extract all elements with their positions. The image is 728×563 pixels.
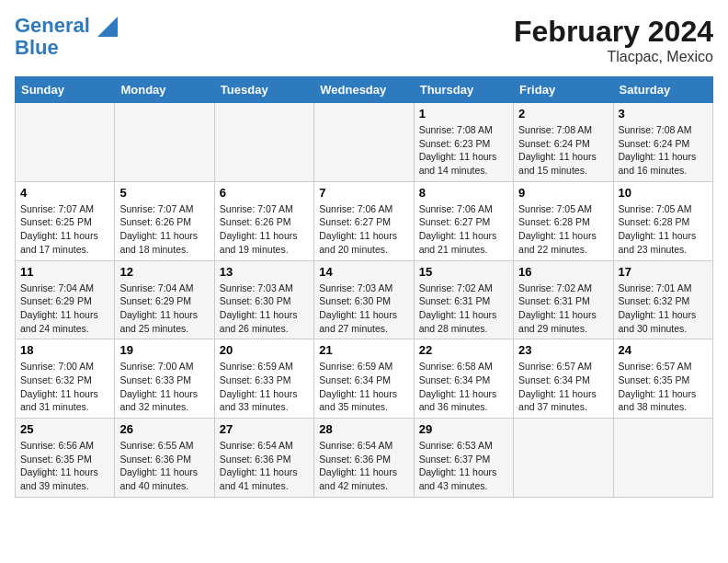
week-row-5: 25Sunrise: 6:56 AM Sunset: 6:35 PM Dayli… [16,419,713,498]
calendar-cell: 27Sunrise: 6:54 AM Sunset: 6:36 PM Dayli… [214,419,313,498]
day-info: Sunrise: 6:58 AM Sunset: 6:34 PM Dayligh… [419,360,508,414]
calendar-cell: 19Sunrise: 7:00 AM Sunset: 6:33 PM Dayli… [115,339,214,419]
title-block: February 2024 Tlacpac, Mexico [514,15,713,65]
calendar-cell: 6Sunrise: 7:07 AM Sunset: 6:26 PM Daylig… [214,181,313,260]
calendar-cell: 15Sunrise: 7:02 AM Sunset: 6:31 PM Dayli… [414,260,513,339]
day-number: 10 [619,186,708,200]
day-number: 19 [119,343,209,357]
calendar-table: SundayMondayTuesdayWednesdayThursdayFrid… [15,76,713,498]
calendar-cell: 11Sunrise: 7:04 AM Sunset: 6:29 PM Dayli… [16,260,115,339]
week-row-4: 18Sunrise: 7:00 AM Sunset: 6:32 PM Dayli… [16,339,713,419]
calendar-cell: 16Sunrise: 7:02 AM Sunset: 6:31 PM Dayli… [514,260,613,339]
calendar-cell: 24Sunrise: 6:57 AM Sunset: 6:35 PM Dayli… [613,339,712,419]
day-info: Sunrise: 6:56 AM Sunset: 6:35 PM Dayligh… [20,439,109,493]
calendar-cell [16,103,115,182]
day-number: 4 [20,186,109,200]
calendar-cell: 23Sunrise: 6:57 AM Sunset: 6:34 PM Dayli… [514,339,613,419]
calendar-cell [514,419,613,498]
day-info: Sunrise: 7:01 AM Sunset: 6:32 PM Dayligh… [619,282,708,336]
calendar-cell: 10Sunrise: 7:05 AM Sunset: 6:28 PM Dayli… [613,181,712,260]
day-number: 21 [319,343,408,357]
day-info: Sunrise: 7:04 AM Sunset: 6:29 PM Dayligh… [119,282,209,336]
day-info: Sunrise: 7:02 AM Sunset: 6:31 PM Dayligh… [419,282,508,336]
calendar-cell: 25Sunrise: 6:56 AM Sunset: 6:35 PM Dayli… [16,419,115,498]
calendar-cell [214,103,313,182]
day-number: 11 [20,265,109,279]
main-title: February 2024 [514,15,713,49]
day-info: Sunrise: 7:05 AM Sunset: 6:28 PM Dayligh… [518,202,608,257]
day-info: Sunrise: 7:08 AM Sunset: 6:24 PM Dayligh… [518,123,608,178]
calendar-cell: 2Sunrise: 7:08 AM Sunset: 6:24 PM Daylig… [514,103,613,182]
day-number: 1 [419,107,508,121]
calendar-cell: 5Sunrise: 7:07 AM Sunset: 6:26 PM Daylig… [115,181,214,260]
day-number: 5 [119,186,209,200]
day-info: Sunrise: 7:07 AM Sunset: 6:25 PM Dayligh… [20,202,109,257]
day-info: Sunrise: 7:07 AM Sunset: 6:26 PM Dayligh… [220,202,309,257]
day-number: 18 [20,343,109,357]
week-row-3: 11Sunrise: 7:04 AM Sunset: 6:29 PM Dayli… [16,260,713,339]
day-info: Sunrise: 6:57 AM Sunset: 6:35 PM Dayligh… [619,360,708,414]
subtitle: Tlacpac, Mexico [514,49,713,65]
day-number: 13 [220,265,309,279]
weekday-tuesday: Tuesday [214,77,313,103]
calendar-cell: 8Sunrise: 7:06 AM Sunset: 6:27 PM Daylig… [414,181,513,260]
calendar-cell: 21Sunrise: 6:59 AM Sunset: 6:34 PM Dayli… [314,339,414,419]
day-number: 14 [319,265,408,279]
svg-marker-0 [97,17,118,37]
day-number: 20 [220,343,309,357]
logo-icon [97,17,118,37]
calendar-cell: 28Sunrise: 6:54 AM Sunset: 6:36 PM Dayli… [314,419,414,498]
calendar-cell: 17Sunrise: 7:01 AM Sunset: 6:32 PM Dayli… [613,260,712,339]
day-number: 27 [220,422,309,436]
day-info: Sunrise: 6:54 AM Sunset: 6:36 PM Dayligh… [220,439,309,493]
day-info: Sunrise: 6:59 AM Sunset: 6:33 PM Dayligh… [220,360,309,414]
day-number: 24 [619,343,708,357]
weekday-thursday: Thursday [414,77,513,103]
day-info: Sunrise: 6:53 AM Sunset: 6:37 PM Dayligh… [419,439,508,493]
calendar-cell: 4Sunrise: 7:07 AM Sunset: 6:25 PM Daylig… [16,181,115,260]
day-info: Sunrise: 7:04 AM Sunset: 6:29 PM Dayligh… [20,282,109,336]
calendar-cell: 26Sunrise: 6:55 AM Sunset: 6:36 PM Dayli… [115,419,214,498]
day-number: 8 [419,186,508,200]
day-number: 2 [518,107,608,121]
logo-text-blue: Blue [15,37,118,59]
day-info: Sunrise: 7:00 AM Sunset: 6:32 PM Dayligh… [20,360,109,414]
weekday-saturday: Saturday [613,77,712,103]
day-info: Sunrise: 7:08 AM Sunset: 6:24 PM Dayligh… [619,123,708,178]
logo: General Blue [15,15,118,59]
day-number: 28 [319,422,408,436]
calendar-cell: 14Sunrise: 7:03 AM Sunset: 6:30 PM Dayli… [314,260,414,339]
day-info: Sunrise: 7:03 AM Sunset: 6:30 PM Dayligh… [220,282,309,336]
day-info: Sunrise: 7:06 AM Sunset: 6:27 PM Dayligh… [419,202,508,257]
calendar-cell: 29Sunrise: 6:53 AM Sunset: 6:37 PM Dayli… [414,419,513,498]
day-info: Sunrise: 6:59 AM Sunset: 6:34 PM Dayligh… [319,360,408,414]
day-number: 29 [419,422,508,436]
day-info: Sunrise: 6:57 AM Sunset: 6:34 PM Dayligh… [518,360,608,414]
day-number: 9 [518,186,608,200]
calendar-cell: 20Sunrise: 6:59 AM Sunset: 6:33 PM Dayli… [214,339,313,419]
day-info: Sunrise: 7:00 AM Sunset: 6:33 PM Dayligh… [119,360,209,414]
day-number: 17 [619,265,708,279]
day-number: 26 [119,422,209,436]
day-number: 16 [518,265,608,279]
calendar-cell [613,419,712,498]
day-number: 15 [419,265,508,279]
day-number: 12 [119,265,209,279]
week-row-2: 4Sunrise: 7:07 AM Sunset: 6:25 PM Daylig… [16,181,713,260]
day-number: 7 [319,186,408,200]
day-info: Sunrise: 7:05 AM Sunset: 6:28 PM Dayligh… [619,202,708,257]
day-info: Sunrise: 7:06 AM Sunset: 6:27 PM Dayligh… [319,202,408,257]
day-info: Sunrise: 7:03 AM Sunset: 6:30 PM Dayligh… [319,282,408,336]
page-header: General Blue February 2024 Tlacpac, Mexi… [15,15,713,65]
calendar-cell: 22Sunrise: 6:58 AM Sunset: 6:34 PM Dayli… [414,339,513,419]
calendar-cell: 1Sunrise: 7:08 AM Sunset: 6:23 PM Daylig… [414,103,513,182]
week-row-1: 1Sunrise: 7:08 AM Sunset: 6:23 PM Daylig… [16,103,713,182]
logo-text: General [15,15,118,37]
weekday-header-row: SundayMondayTuesdayWednesdayThursdayFrid… [16,77,713,103]
calendar-cell: 13Sunrise: 7:03 AM Sunset: 6:30 PM Dayli… [214,260,313,339]
day-number: 6 [220,186,309,200]
day-number: 22 [419,343,508,357]
calendar-cell: 3Sunrise: 7:08 AM Sunset: 6:24 PM Daylig… [613,103,712,182]
day-info: Sunrise: 7:08 AM Sunset: 6:23 PM Dayligh… [419,123,508,178]
weekday-sunday: Sunday [16,77,115,103]
